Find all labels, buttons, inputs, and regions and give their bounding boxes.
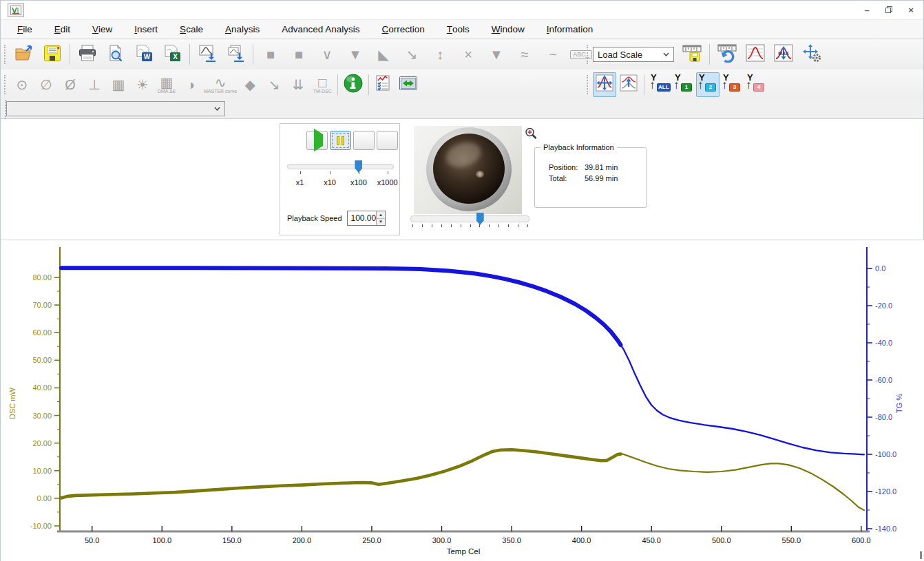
photo-calorimetry-icon: ☀: [136, 78, 149, 92]
magnify-image-button[interactable]: [524, 127, 538, 140]
window-resize-mark[interactable]: [920, 551, 922, 559]
y-axis-3-button[interactable]: Y↑3: [720, 72, 744, 97]
load-scale-value: Load Scale: [598, 50, 642, 60]
spline-interpolation-button: ≈: [511, 41, 538, 67]
save-scale-button[interactable]: [678, 41, 706, 67]
restore-button[interactable]: [881, 3, 897, 16]
svg-text:60.00: 60.00: [32, 328, 52, 337]
play-button[interactable]: [306, 131, 328, 150]
toolbar-grip[interactable]: [4, 45, 6, 64]
dma-analysis-icon: ▦DMA ΔE: [158, 76, 176, 94]
playback-speed-label: Playback Speed: [287, 214, 342, 222]
menu-view[interactable]: View: [81, 20, 123, 39]
shift-axis-button[interactable]: [617, 72, 640, 97]
svg-text:100.0: 100.0: [153, 536, 172, 544]
auto-sampler-icon: ⊙: [17, 78, 28, 92]
print-button[interactable]: [74, 41, 101, 67]
playback-speed-value: 100.00: [348, 211, 377, 225]
pause-button[interactable]: [330, 131, 351, 150]
info-button[interactable]: [342, 72, 365, 97]
record-button[interactable]: [377, 131, 398, 150]
toolbar-grip[interactable]: [587, 75, 588, 94]
toolbar-grip[interactable]: [4, 75, 6, 94]
playback-speed-slider[interactable]: x1x10x100x1000: [287, 164, 394, 188]
open-button[interactable]: [10, 41, 38, 67]
svg-text:-80.0: -80.0: [875, 413, 892, 421]
menu-tools[interactable]: Tools: [436, 20, 481, 39]
sample-pan-interior: [433, 134, 505, 204]
menu-window[interactable]: Window: [481, 20, 536, 39]
move-axes-icon: [595, 74, 614, 95]
save-button[interactable]: [39, 41, 66, 67]
playback-position-slider[interactable]: [410, 215, 529, 229]
speed-slider-ticks: [287, 171, 394, 176]
sample-pan-ring: [426, 127, 512, 211]
svg-text:-40.0: -40.0: [875, 339, 892, 347]
peak-width-analysis-button: ▼: [483, 41, 510, 67]
erase-block-icon: ■: [295, 47, 303, 61]
y-axis-all-button[interactable]: Y↑ALL: [648, 72, 671, 97]
menu-correction[interactable]: Correction: [371, 20, 436, 39]
peak-analysis-icon: ▼: [348, 47, 362, 61]
thermal-analysis-chart: -10.000.0010.0020.0030.0040.0050.0060.00…: [1, 240, 924, 561]
undo-scale-button[interactable]: [713, 41, 741, 67]
auto-scale-button[interactable]: [742, 41, 769, 67]
max-scale-button[interactable]: MAX: [770, 41, 797, 67]
export-word-button[interactable]: W: [130, 41, 158, 67]
svg-text:-20.0: -20.0: [875, 301, 892, 310]
undo-scale-icon: [717, 43, 737, 65]
mapping-grid-icon: ▦: [112, 78, 125, 92]
load-scale-combobox[interactable]: Load Scale: [593, 47, 674, 62]
minimize-button[interactable]: –: [859, 3, 875, 16]
menu-edit[interactable]: Edit: [43, 20, 81, 39]
speed-slider-track[interactable]: [287, 164, 394, 169]
menu-insert[interactable]: Insert: [123, 20, 169, 39]
playback-speed-spinbox[interactable]: 100.00 ▲ ▼: [347, 211, 386, 226]
svg-text:Temp Cel: Temp Cel: [447, 547, 481, 555]
export-excel-button[interactable]: X: [158, 41, 186, 67]
y-axis-2-button[interactable]: Y↑2: [696, 72, 720, 97]
smoothing-button: ~: [539, 41, 567, 67]
y-axis-1-button[interactable]: Y↑1: [672, 72, 695, 97]
curve-selector-combobox[interactable]: [6, 101, 225, 116]
tm-dsc-button: □TM-DSC: [311, 72, 334, 97]
y-axis-3-icon: Y↑3: [722, 75, 742, 94]
position-slider-ticks: [410, 224, 529, 229]
toolbar-grip[interactable]: [587, 45, 588, 64]
shift-axis-icon: [619, 74, 638, 95]
y-axis-4-button[interactable]: Y↑4: [744, 72, 768, 97]
menu-analysis[interactable]: Analysis: [214, 20, 271, 39]
total-label: Total:: [549, 173, 585, 184]
main-toolbar: WX■■∨▼◣↘↕×▼≈~ABC_↔ Load Scale MAX: [1, 39, 923, 70]
print-preview-button[interactable]: [102, 41, 129, 67]
svg-text:20.00: 20.00: [32, 439, 52, 447]
svg-text:-120.0: -120.0: [875, 487, 896, 496]
measurement-setup-button: ⊥: [83, 72, 106, 97]
curve-selector-row: [1, 99, 923, 119]
strain-control-icon: Ø: [65, 78, 76, 92]
close-button[interactable]: ×: [903, 3, 919, 16]
menu-scale[interactable]: Scale: [169, 20, 214, 39]
data-overlay-button: ◆: [238, 72, 262, 97]
move-axes-button[interactable]: [593, 72, 616, 97]
menu-advanced-analysis[interactable]: Advanced Analysis: [271, 20, 370, 39]
stop-button[interactable]: [353, 131, 375, 150]
spin-up-button[interactable]: ▲: [377, 211, 384, 219]
svg-text:400.0: 400.0: [572, 536, 591, 544]
svg-text:80.00: 80.00: [32, 273, 52, 282]
menu-information[interactable]: Information: [536, 20, 605, 39]
spin-down-button[interactable]: ▼: [377, 219, 384, 226]
axis-settings-button[interactable]: [798, 41, 826, 67]
svg-text:550.0: 550.0: [782, 536, 801, 544]
menu-file[interactable]: File: [6, 20, 43, 39]
playback-window-button[interactable]: [397, 72, 420, 97]
partial-area-analysis-button: ◣: [370, 41, 397, 67]
import-curves-button[interactable]: [222, 41, 249, 67]
import-curve-button[interactable]: [193, 41, 221, 67]
dma-analysis-button: ▦DMA ΔE: [155, 72, 178, 97]
svg-text:50.00: 50.00: [32, 356, 52, 364]
position-slider-track[interactable]: [410, 215, 529, 222]
position-slider-thumb[interactable]: [476, 213, 484, 225]
report-button[interactable]: [372, 72, 396, 97]
y-axis-all-icon: Y↑ALL: [649, 75, 670, 94]
